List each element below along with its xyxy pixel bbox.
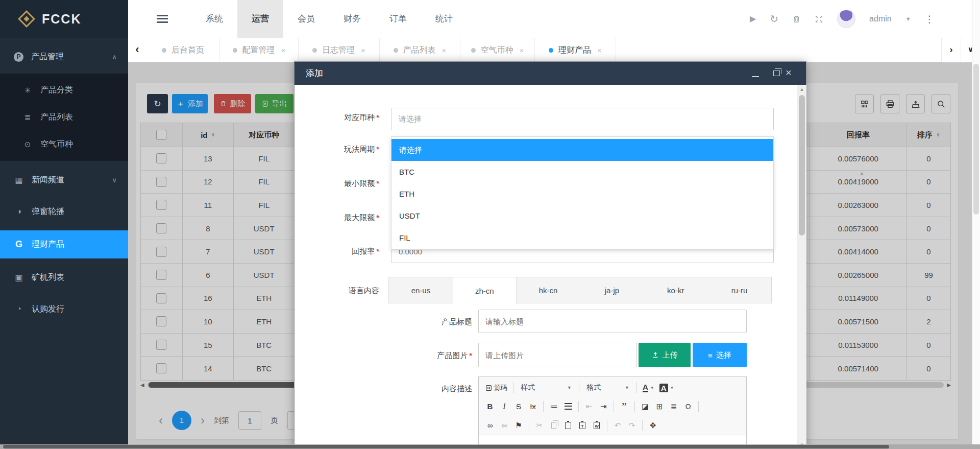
tab-理财产品[interactable]: 理财产品× [535,38,616,62]
blockquote-icon[interactable]: ” [618,400,630,413]
undo-icon-glyph: ↶ [615,421,621,430]
tab-close-icon[interactable]: × [281,46,286,55]
sidebar-toggle-icon[interactable] [157,12,169,26]
table-icon[interactable]: ⊞ [653,400,666,413]
play-icon[interactable]: ▶ [750,15,756,23]
indent-icon[interactable]: ⇥ [597,400,609,413]
coin-dropdown: 请选择BTCETHUSDTFIL [391,136,774,250]
link-icon[interactable]: ∞ [484,419,496,432]
dialog-header[interactable]: 添加 × [295,62,806,85]
image-icon-glyph: ◪ [642,402,649,411]
list-icon: ≣ [22,113,33,122]
sidebar-item-理财产品[interactable]: G理财产品 [0,230,128,258]
coin-option-USDT[interactable]: USDT [391,205,773,227]
horizontal-rule-icon[interactable]: ≣ [668,400,680,413]
undo-icon: ↶ [611,419,624,432]
lang-tab-zh-cn[interactable]: zh-cn [453,277,517,304]
coin-option-FIL[interactable]: FIL [391,227,773,249]
lang-tab-ja-jp[interactable]: ja-jp [580,277,644,303]
format-select[interactable]: 格式▼ [583,381,632,394]
sidebar-item-label: 认购发行 [32,304,64,315]
tab-后台首页[interactable]: 后台首页 [146,38,220,62]
sidebar-item-产品分类[interactable]: ✳产品分类 [0,77,128,104]
paste-icon[interactable] [562,419,574,432]
dialog-scrollbar-thumb[interactable] [799,95,805,235]
dialog-scrollbar[interactable]: ▲ ▼ [797,85,806,449]
minimize-icon[interactable] [752,76,759,77]
sidebar-item-新闻频道[interactable]: ▦新闻频道∨ [0,167,128,193]
bold-icon[interactable]: B [484,400,496,413]
more-options-icon[interactable]: ⋮ [925,13,935,25]
maximize-icon[interactable]: ✥ [647,419,659,432]
lang-tab-ko-kr[interactable]: ko-kr [644,277,707,303]
tabs-scroll-right-icon[interactable]: › [941,38,961,62]
page-vertical-scrollbar[interactable] [972,0,980,449]
user-avatar[interactable] [837,10,855,28]
tab-close-icon[interactable]: × [520,46,524,55]
tab-close-icon[interactable]: × [597,46,602,55]
tab-配置管理[interactable]: 配置管理× [220,38,299,62]
styles-select[interactable]: 样式▼ [518,381,575,394]
paste-text-icon[interactable]: T [576,419,589,432]
ordered-list-icon[interactable]: ≔ [548,400,560,413]
coin-select[interactable]: 请选择 ▲ [391,108,774,130]
page-vertical-scrollbar-thumb[interactable] [973,64,979,215]
lang-tab-ru-ru[interactable]: ru-ru [707,277,771,303]
redo-icon: ↷ [626,419,638,432]
product-image-input[interactable] [478,343,637,367]
coin-option-请选择[interactable]: 请选择 [391,139,773,161]
sidebar-item-label: 产品列表 [40,112,73,123]
page-horizontal-scrollbar-thumb[interactable] [3,445,889,448]
source-button[interactable]: 源码 [484,381,509,394]
remove-format-icon[interactable]: Ix [527,400,539,413]
maximize-icon-glyph: ✥ [650,421,656,430]
lang-tab-en-us[interactable]: en-us [389,277,453,303]
image-icon[interactable]: ◪ [639,400,651,413]
product-title-input[interactable] [478,310,747,333]
page-horizontal-scrollbar[interactable] [0,444,980,449]
fullscreen-icon[interactable] [815,15,823,23]
user-menu-caret-icon[interactable]: ▼ [905,16,911,22]
coin-option-ETH[interactable]: ETH [391,183,773,205]
upload-button[interactable]: 上传 [639,343,691,367]
tab-close-icon[interactable]: × [361,46,365,55]
tab-close-icon[interactable]: × [442,46,447,55]
choose-button[interactable]: ≡ 选择 [693,343,747,367]
refresh-icon[interactable]: ↻ [770,14,778,24]
strikethrough-icon[interactable]: S [512,400,525,413]
sidebar-item-弹窗轮播[interactable]: ◑弹窗轮播 [0,199,128,224]
dialog-scroll-up-icon[interactable]: ▲ [797,87,806,92]
nav-item-系统[interactable]: 系统 [191,0,237,38]
italic-icon[interactable]: I [498,400,510,413]
tabs-scroll-left-icon[interactable]: ‹ [128,38,146,62]
tab-dot-icon [549,48,553,53]
tab-日志管理[interactable]: 日志管理× [299,38,380,62]
nav-item-订单[interactable]: 订单 [375,0,421,38]
maximize-icon[interactable] [773,70,780,76]
sidebar-item-认购发行[interactable]: ◔认购发行 [0,296,128,322]
unordered-list-icon[interactable] [562,400,574,413]
nav-item-运营[interactable]: 运营 [237,0,283,38]
anchor-icon[interactable]: ⚑ [512,419,525,432]
nav-item-财务[interactable]: 财务 [329,0,375,38]
nav-item-统计[interactable]: 统计 [421,0,467,38]
sidebar-item-产品管理[interactable]: P产品管理∧ [0,44,128,69]
user-name[interactable]: admin [869,14,892,23]
blockquote-icon-glyph: ” [622,404,627,409]
trash-icon[interactable] [792,15,801,23]
tab-产品列表[interactable]: 产品列表× [380,38,460,62]
sidebar-item-空气币种[interactable]: ⊙空气币种 [0,131,128,158]
close-icon[interactable]: × [786,67,792,78]
special-char-icon[interactable]: Ω [682,400,694,413]
sidebar-item-产品列表[interactable]: ≣产品列表 [0,104,128,131]
text-color-button[interactable]: A▼ [641,381,656,394]
tab-空气币种[interactable]: 空气币种× [460,38,535,62]
sidebar-item-label: 产品管理 [31,52,64,62]
sidebar-item-矿机列表[interactable]: ▣矿机列表 [0,265,128,290]
coin-option-BTC[interactable]: BTC [391,161,773,183]
paste-word-icon[interactable]: W [591,419,603,432]
nav-item-会员[interactable]: 会员 [283,0,329,38]
bg-color-button[interactable]: A▼ [658,381,676,394]
brand-logo[interactable]: FCCK [0,0,128,38]
lang-tab-hk-cn[interactable]: hk-cn [517,277,580,303]
